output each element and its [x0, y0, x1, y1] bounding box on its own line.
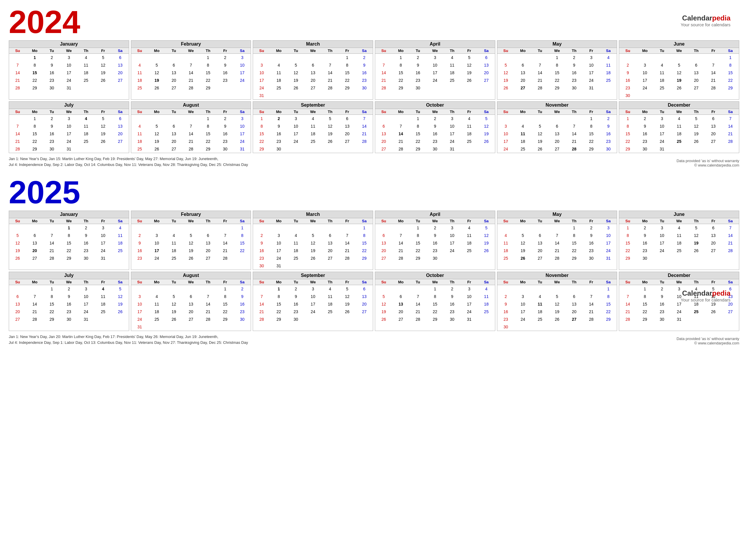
- dow-label: Tu: [532, 279, 549, 285]
- day-cell: 19: [165, 308, 183, 316]
- month-november: NovemberSuMoTuWeThFrSa123456789101112131…: [497, 272, 617, 331]
- empty-cell: [427, 84, 444, 92]
- month-october: OctoberSuMoTuWeThFrSa1234567891011121314…: [375, 272, 495, 331]
- empty-cell: [338, 92, 356, 99]
- day-cell: 26: [478, 247, 495, 254]
- day-cell: 25: [497, 254, 515, 262]
- day-cell: 24: [461, 308, 478, 316]
- day-cell: 13: [478, 61, 495, 69]
- day-cell: 31: [61, 84, 78, 92]
- empty-cell: [687, 145, 705, 153]
- day-cell: 10: [234, 122, 251, 130]
- empty-cell: [9, 115, 26, 122]
- dow-label: Th: [77, 279, 95, 285]
- day-cell: 12: [338, 293, 356, 300]
- dow-label: Tu: [410, 279, 427, 285]
- brand-mid: Calendarpedia Your source for calendars: [681, 289, 730, 302]
- day-cell: 29: [619, 145, 636, 153]
- dow-label: Sa: [112, 218, 129, 224]
- empty-cell: [287, 262, 304, 270]
- empty-cell: [532, 323, 549, 331]
- dow-label: Su: [253, 109, 270, 115]
- day-cell: 31: [583, 84, 600, 92]
- empty-cell: [200, 323, 217, 331]
- day-cell: 10: [461, 293, 478, 300]
- day-cell: 10: [636, 69, 654, 76]
- day-cell: 9: [566, 61, 583, 69]
- day-cell: 7: [182, 61, 200, 69]
- empty-cell: [165, 323, 183, 331]
- day-cell: 26: [532, 145, 549, 153]
- day-cell: 19: [321, 130, 338, 138]
- day-cell: 29: [600, 316, 617, 323]
- dow-label: We: [61, 218, 78, 224]
- empty-cell: [619, 54, 636, 61]
- dow-label: Fr: [216, 109, 234, 115]
- day-cell: 4: [131, 61, 148, 69]
- day-cell: 2: [444, 285, 461, 293]
- empty-cell: [200, 285, 217, 293]
- day-cell: 14: [9, 130, 26, 138]
- day-cell: 19: [148, 76, 165, 84]
- dow-label: Sa: [234, 279, 251, 285]
- day-cell: 22: [566, 247, 583, 254]
- day-cell: 5: [148, 61, 165, 69]
- dow-label: We: [182, 109, 200, 115]
- day-cell: 27: [304, 84, 322, 92]
- day-cell: 14: [253, 300, 270, 308]
- day-cell: 22: [200, 76, 217, 84]
- empty-cell: [600, 323, 617, 331]
- dow-label: Mo: [270, 109, 287, 115]
- day-cell: 31: [653, 145, 671, 153]
- day-cell: 19: [687, 130, 705, 138]
- dow-label: Mo: [26, 48, 44, 53]
- day-cell: 5: [478, 224, 495, 232]
- day-cell: 7: [583, 293, 600, 300]
- day-cell: 15: [722, 69, 739, 76]
- month-header: July: [9, 272, 129, 279]
- empty-cell: [77, 145, 95, 153]
- day-cell: 29: [410, 254, 427, 262]
- day-cell: 18: [148, 308, 165, 316]
- day-cell: 27: [375, 254, 392, 262]
- day-cell: 4: [478, 285, 495, 293]
- day-cell: 14: [532, 69, 549, 76]
- day-cell: 9: [253, 239, 270, 247]
- day-cell: 8: [619, 232, 636, 239]
- footer-right: Data provided 'as is' without warranty ©…: [676, 159, 739, 167]
- empty-cell: [253, 54, 270, 61]
- dow-label: Tu: [287, 279, 304, 285]
- day-cell: 19: [182, 247, 200, 254]
- day-cell: 23: [287, 308, 304, 316]
- day-cell: 15: [43, 300, 61, 308]
- dow-label: Su: [9, 109, 26, 115]
- year-section-2025: 2025JanuarySuMoTuWeThFrSa123456789101112…: [9, 176, 739, 345]
- day-cell: 21: [410, 308, 427, 316]
- empty-cell: [705, 316, 722, 323]
- month-header: June: [619, 41, 739, 48]
- day-cell: 9: [653, 293, 671, 300]
- day-cell: 9: [43, 61, 61, 69]
- day-cell: 26: [338, 308, 356, 316]
- dow-label: Th: [687, 109, 705, 115]
- day-cell: 2: [287, 285, 304, 293]
- empty-cell: [461, 84, 478, 92]
- day-cell: 3: [304, 285, 322, 293]
- day-cell: 23: [253, 254, 270, 262]
- empty-cell: [26, 224, 44, 232]
- day-cell: 19: [112, 300, 129, 308]
- day-cell: 21: [566, 138, 583, 145]
- day-cell: 17: [600, 239, 617, 247]
- day-cell: 21: [253, 308, 270, 316]
- empty-cell: [182, 323, 200, 331]
- day-cell: 19: [548, 308, 566, 316]
- brand-name: Calendar: [682, 14, 712, 22]
- month-july: JulySuMoTuWeThFrSa1234567891011121314151…: [9, 101, 129, 153]
- day-cell: 11: [112, 232, 129, 239]
- day-cell: 25: [600, 76, 617, 84]
- day-cell: 22: [26, 138, 44, 145]
- dow-label: Tu: [532, 218, 549, 224]
- day-cell: 6: [478, 54, 495, 61]
- month-header: February: [131, 41, 251, 48]
- day-cell: 12: [375, 300, 392, 308]
